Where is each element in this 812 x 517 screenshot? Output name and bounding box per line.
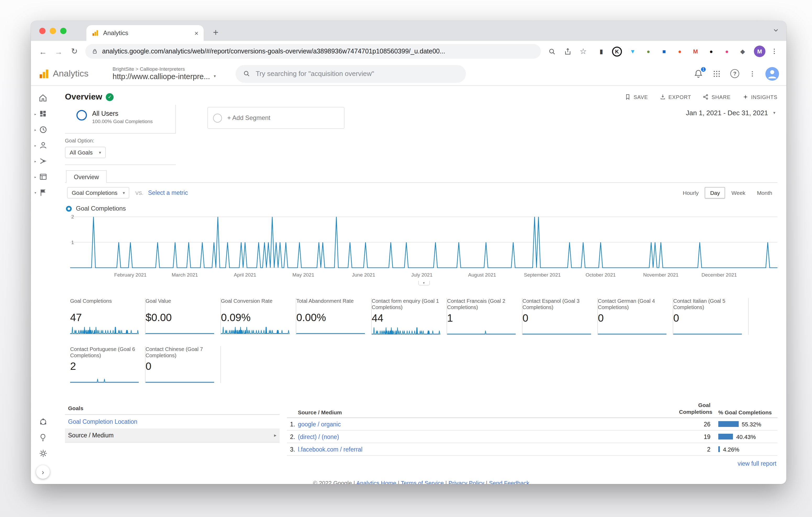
goal-dimension-item[interactable]: Goal Completion Location bbox=[65, 415, 280, 429]
sidebar-item-attribution[interactable] bbox=[31, 414, 55, 430]
scorecard[interactable]: Contact Chinese (Goal 7 Completions)0 bbox=[146, 346, 221, 383]
select-a-metric-link[interactable]: Select a metric bbox=[148, 190, 188, 196]
extension-3-icon[interactable]: ▼ bbox=[628, 46, 638, 56]
sidebar-item-realtime[interactable]: ▸ bbox=[31, 121, 55, 137]
account-picker[interactable]: BrightSite > Calliope-Interpreters http:… bbox=[113, 66, 216, 81]
forward-button[interactable]: → bbox=[52, 45, 65, 58]
chart-canvas[interactable] bbox=[70, 214, 778, 270]
tab-overview[interactable]: Overview bbox=[66, 170, 107, 183]
scorecard[interactable]: Contact Francais (Goal 2 Completions)1 bbox=[447, 298, 522, 335]
scorecard[interactable]: Total Abandonment Rate0.00% bbox=[296, 298, 372, 335]
sidebar-item-acquisition[interactable]: ▸ bbox=[31, 153, 55, 169]
source-medium-link[interactable]: l.facebook.com / referral bbox=[298, 446, 679, 453]
expand-chevron-icon[interactable]: ▸ bbox=[34, 143, 36, 147]
url-text[interactable]: analytics.google.com/analytics/web/#/rep… bbox=[102, 48, 534, 55]
column-header-source-medium[interactable]: Source / Medium bbox=[287, 409, 679, 416]
timeseries-chart[interactable]: 21 February 2021March 2021April 2021May … bbox=[70, 214, 778, 285]
help-icon[interactable]: ? bbox=[730, 69, 739, 78]
tab-close-icon[interactable]: × bbox=[195, 30, 198, 36]
browser-tab[interactable]: Analytics × bbox=[86, 25, 204, 41]
extension-9-icon[interactable]: ● bbox=[722, 46, 732, 56]
close-window-button[interactable] bbox=[39, 28, 46, 34]
column-header-goal-completions[interactable]: Goal Completions bbox=[679, 402, 710, 416]
column-header-pct-goal-completions[interactable]: % Goal Completions bbox=[710, 409, 778, 416]
property-name[interactable]: http://www.calliope-interpre... bbox=[113, 72, 210, 81]
scorecard[interactable]: Contact form enquiry (Goal 1 Completions… bbox=[372, 298, 447, 335]
user-avatar[interactable] bbox=[765, 67, 779, 80]
save-button[interactable]: SAVE bbox=[625, 94, 648, 100]
extension-6-icon[interactable]: ● bbox=[675, 46, 685, 56]
scorecard[interactable]: Goal Completions47 bbox=[70, 298, 146, 335]
goal-option-select[interactable]: All Goals ▾ bbox=[65, 147, 106, 158]
expand-chevron-icon[interactable]: ▸ bbox=[34, 159, 36, 163]
x-axis-label: October 2021 bbox=[586, 272, 616, 278]
collapse-chevron-icon[interactable]: ▾ bbox=[34, 190, 36, 194]
share-button[interactable]: SHARE bbox=[703, 94, 731, 100]
scorecard[interactable]: Contact German (Goal 4 Completions)0 bbox=[598, 298, 673, 335]
extension-10-icon[interactable]: ◆ bbox=[738, 46, 748, 56]
extension-8-icon[interactable]: ● bbox=[706, 46, 716, 56]
new-tab-button[interactable]: + bbox=[209, 26, 223, 39]
chart-collapse-handle[interactable]: ▾ bbox=[418, 281, 430, 285]
sidebar-item-conversions[interactable]: ▾ bbox=[31, 184, 55, 200]
omnibox[interactable]: analytics.google.com/analytics/web/#/rep… bbox=[85, 44, 541, 59]
date-range-picker[interactable]: Jan 1, 2021 - Dec 31, 2021 ▾ bbox=[686, 109, 775, 117]
scorecard[interactable]: Goal Conversion Rate0.09% bbox=[221, 298, 296, 335]
segment-all-users[interactable]: All Users 100.00% Goal Completions bbox=[65, 105, 176, 134]
scorecard[interactable]: Contact Espanol (Goal 3 Completions)0 bbox=[522, 298, 598, 335]
lock-icon[interactable] bbox=[92, 48, 98, 54]
footer-link[interactable]: Send Feedback bbox=[489, 480, 529, 484]
footer-link[interactable]: Terms of Service bbox=[401, 480, 444, 484]
sidebar-item-audience[interactable]: ▸ bbox=[31, 137, 55, 153]
bookmark-star-icon[interactable]: ☆ bbox=[576, 45, 590, 58]
sidebar-item-discover[interactable] bbox=[31, 430, 55, 445]
expand-chevron-icon[interactable]: ▸ bbox=[34, 175, 36, 179]
source-medium-link[interactable]: google / organic bbox=[298, 421, 679, 428]
sidebar-item-admin[interactable] bbox=[31, 445, 55, 461]
footer-link[interactable]: Analytics Home bbox=[356, 480, 396, 484]
extension-1-icon[interactable]: ▮ bbox=[596, 46, 606, 56]
sidebar-item-behavior[interactable]: ▸ bbox=[31, 169, 55, 184]
browser-menu-icon[interactable] bbox=[767, 45, 781, 58]
product-name[interactable]: Analytics bbox=[53, 69, 88, 79]
more-menu-icon[interactable] bbox=[749, 70, 756, 77]
scorecard[interactable]: Goal Value$0.00 bbox=[146, 298, 221, 335]
notifications-bell-icon[interactable]: 1 bbox=[694, 69, 703, 78]
sidebar-collapse-button[interactable]: › bbox=[36, 465, 50, 479]
reload-button[interactable]: ↻ bbox=[67, 45, 81, 58]
scorecard[interactable]: Contact Italian (Goal 5 Completions)0 bbox=[673, 298, 749, 335]
expand-chevron-icon[interactable]: ▸ bbox=[34, 112, 36, 115]
search-bar[interactable] bbox=[236, 65, 466, 82]
granularity-week[interactable]: Week bbox=[726, 187, 751, 198]
expand-chevron-icon[interactable]: ▸ bbox=[34, 128, 36, 131]
scorecard-value: 0 bbox=[673, 312, 742, 324]
analytics-logo[interactable] bbox=[38, 68, 50, 79]
tab-search-chevron-icon[interactable] bbox=[773, 27, 779, 33]
extension-5-icon[interactable]: ■ bbox=[659, 46, 669, 56]
extension-7-icon[interactable]: M bbox=[691, 46, 700, 56]
back-button[interactable]: ← bbox=[36, 45, 50, 58]
granularity-day[interactable]: Day bbox=[705, 187, 725, 198]
scorecard[interactable]: Contact Portuguese (Goal 6 Completions)2 bbox=[70, 346, 146, 383]
goal-dimension-item[interactable]: Source / Medium▸ bbox=[65, 429, 280, 443]
sidebar-item-home[interactable] bbox=[31, 90, 55, 106]
extension-2-icon[interactable]: K bbox=[612, 46, 622, 56]
share-page-icon[interactable] bbox=[561, 45, 574, 58]
insights-button[interactable]: INSIGHTS bbox=[742, 94, 778, 100]
minimize-window-button[interactable] bbox=[50, 28, 56, 34]
sidebar-item-customization[interactable]: ▸ bbox=[31, 106, 55, 121]
view-full-report-link[interactable]: view full report bbox=[287, 456, 778, 472]
source-medium-link[interactable]: (direct) / (none) bbox=[298, 434, 679, 440]
search-input[interactable] bbox=[256, 70, 459, 78]
browser-profile-avatar[interactable]: M bbox=[754, 46, 765, 57]
granularity-hourly[interactable]: Hourly bbox=[677, 187, 704, 198]
metric-select[interactable]: Goal Completions ▾ bbox=[67, 187, 129, 198]
zoom-icon[interactable] bbox=[545, 45, 559, 58]
apps-grid-icon[interactable] bbox=[713, 70, 721, 78]
export-button[interactable]: EXPORT bbox=[660, 94, 691, 100]
zoom-window-button[interactable] bbox=[60, 28, 66, 34]
extension-4-icon[interactable]: ● bbox=[643, 46, 654, 56]
granularity-month[interactable]: Month bbox=[752, 187, 778, 198]
footer-link[interactable]: Privacy Policy bbox=[448, 480, 484, 484]
add-segment-button[interactable]: + Add Segment bbox=[207, 107, 345, 129]
